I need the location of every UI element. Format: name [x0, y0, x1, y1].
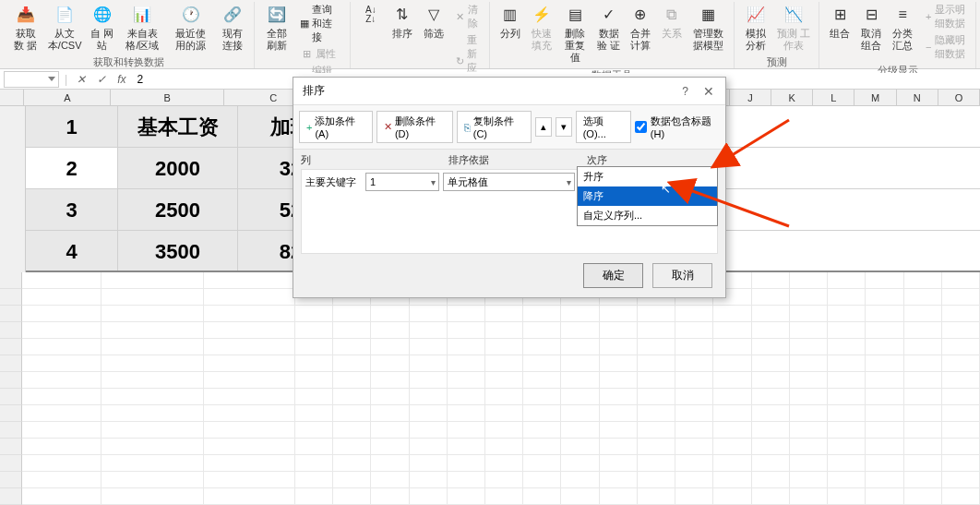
empty-cell[interactable] [371, 439, 409, 455]
empty-cell[interactable] [713, 306, 751, 322]
sort-options-button[interactable]: 选项(O)... [576, 111, 631, 143]
empty-cell[interactable] [866, 372, 903, 389]
col-header-m[interactable]: M [855, 90, 896, 105]
empty-cell[interactable] [485, 389, 523, 405]
empty-cell[interactable] [790, 372, 828, 389]
empty-cell[interactable] [675, 389, 713, 405]
empty-cell[interactable] [333, 389, 371, 405]
empty-cell[interactable] [204, 272, 295, 289]
filter-button[interactable]: ▽筛选 [419, 2, 448, 42]
empty-cell[interactable] [102, 472, 204, 488]
empty-cell[interactable] [22, 289, 102, 306]
empty-cell[interactable] [828, 339, 866, 355]
row-header[interactable] [0, 189, 26, 231]
empty-cell[interactable] [295, 306, 333, 322]
empty-cell[interactable] [485, 422, 523, 439]
empty-cell[interactable] [371, 339, 409, 355]
empty-cell[interactable] [410, 339, 448, 355]
empty-cell[interactable] [204, 289, 295, 306]
data-validation-button[interactable]: ✓数据验 证 [594, 2, 624, 54]
text-to-columns-button[interactable]: ▥分列 [496, 2, 525, 42]
empty-cell[interactable] [904, 488, 942, 505]
copy-level-button[interactable]: ⎘复制条件(C) [457, 111, 532, 143]
empty-cell[interactable] [752, 372, 790, 389]
cell-a2[interactable]: 2 [26, 148, 118, 188]
empty-cell[interactable] [904, 372, 942, 389]
empty-cell[interactable] [523, 372, 561, 389]
empty-cell[interactable] [561, 488, 599, 505]
empty-cell[interactable] [523, 355, 561, 372]
empty-cell[interactable] [295, 439, 333, 455]
empty-cell[interactable] [410, 372, 448, 389]
empty-cell[interactable] [22, 455, 102, 472]
empty-cell[interactable] [371, 372, 409, 389]
empty-cell[interactable] [790, 488, 828, 505]
get-data-button[interactable]: 📥获取数 据 [9, 2, 42, 54]
empty-cell[interactable] [448, 472, 485, 488]
empty-cell[interactable] [333, 422, 371, 439]
empty-cell[interactable] [942, 439, 980, 455]
empty-cell[interactable] [523, 322, 561, 339]
empty-cell[interactable] [713, 439, 751, 455]
empty-cell[interactable] [713, 355, 751, 372]
cell-a1[interactable]: 1 [26, 106, 118, 147]
empty-cell[interactable] [485, 306, 523, 322]
empty-cell[interactable] [942, 488, 980, 505]
empty-cell[interactable] [600, 439, 638, 455]
col-header-b[interactable]: B [111, 90, 223, 105]
empty-cell[interactable] [675, 439, 713, 455]
empty-cell[interactable] [904, 339, 942, 355]
empty-cell[interactable] [675, 355, 713, 372]
empty-cell[interactable] [333, 455, 371, 472]
empty-cell[interactable] [638, 389, 675, 405]
empty-cell[interactable] [448, 355, 485, 372]
empty-cell[interactable] [713, 472, 751, 488]
cell-b4[interactable]: 3500 [118, 231, 238, 271]
empty-cell[interactable] [410, 488, 448, 505]
empty-cell[interactable] [828, 422, 866, 439]
empty-cell[interactable] [371, 455, 409, 472]
fx-button[interactable]: fx [114, 73, 129, 86]
empty-cell[interactable] [828, 322, 866, 339]
subtotal-button[interactable]: ≡分类汇总 [888, 2, 917, 54]
empty-cell[interactable] [828, 289, 866, 306]
empty-cell[interactable] [102, 272, 204, 289]
queries-connections-button[interactable]: ▦查询和连接 [298, 2, 344, 45]
empty-cell[interactable] [485, 472, 523, 488]
move-down-button[interactable]: ▾ [556, 117, 572, 137]
empty-cell[interactable] [752, 289, 790, 306]
empty-cell[interactable] [713, 372, 751, 389]
empty-cell[interactable] [752, 339, 790, 355]
move-up-button[interactable]: ▴ [535, 117, 552, 137]
empty-cell[interactable] [22, 422, 102, 439]
empty-cell[interactable] [790, 322, 828, 339]
col-header-n[interactable]: N [897, 90, 938, 105]
empty-cell[interactable] [371, 306, 409, 322]
empty-cell[interactable] [904, 405, 942, 422]
empty-cell[interactable] [600, 405, 638, 422]
empty-cell[interactable] [942, 472, 980, 488]
empty-cell[interactable] [904, 472, 942, 488]
empty-cell[interactable] [600, 339, 638, 355]
sort-button[interactable]: ⇅排序 [388, 2, 417, 42]
empty-cell[interactable] [561, 355, 599, 372]
empty-cell[interactable] [638, 488, 675, 505]
empty-cell[interactable] [828, 455, 866, 472]
empty-cell[interactable] [448, 488, 485, 505]
empty-cell[interactable] [333, 405, 371, 422]
empty-cell[interactable] [942, 405, 980, 422]
col-header-a[interactable]: A [24, 90, 111, 105]
empty-cell[interactable] [638, 355, 675, 372]
empty-cell[interactable] [752, 355, 790, 372]
empty-cell[interactable] [410, 405, 448, 422]
order-option-custom[interactable]: 自定义序列... [578, 206, 717, 225]
header-checkbox-label[interactable]: 数据包含标题(H) [635, 114, 720, 139]
empty-cell[interactable] [942, 272, 980, 289]
empty-cell[interactable] [638, 455, 675, 472]
empty-cell[interactable] [561, 372, 599, 389]
empty-cell[interactable] [713, 488, 751, 505]
empty-cell[interactable] [904, 355, 942, 372]
empty-cell[interactable] [410, 322, 448, 339]
empty-cell[interactable] [523, 422, 561, 439]
empty-cell[interactable] [22, 488, 102, 505]
